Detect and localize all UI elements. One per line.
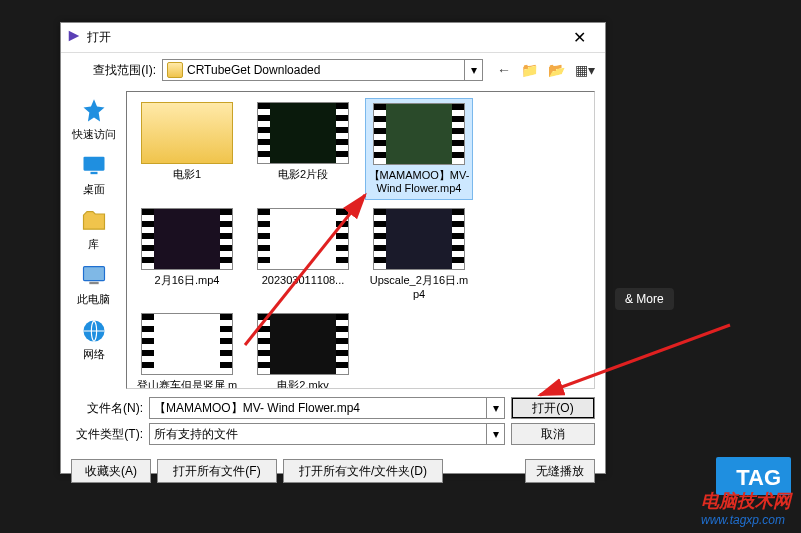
video-thumbnail	[141, 208, 233, 270]
favorites-button[interactable]: 收藏夹(A)	[71, 459, 151, 483]
form-rows: 文件名(N): 【MAMAMOO】MV- Wind Flower.mp4 ▾ 打…	[61, 397, 605, 445]
video-thumbnail	[373, 208, 465, 270]
video-thumbnail	[257, 102, 349, 164]
file-label: 202303011108...	[251, 274, 355, 287]
places-item[interactable]: 快速访问	[64, 97, 124, 142]
svg-rect-2	[90, 172, 97, 174]
places-item[interactable]: 网络	[64, 317, 124, 362]
file-label: 电影2.mkv	[251, 379, 355, 389]
more-badge: & More	[615, 288, 674, 310]
file-label: 【MAMAMOO】MV- Wind Flower.mp4	[368, 169, 470, 195]
open-all-files-button[interactable]: 打开所有文件(F)	[157, 459, 277, 483]
chevron-down-icon[interactable]: ▾	[486, 398, 504, 418]
star-icon	[80, 97, 108, 125]
pc-icon	[80, 262, 108, 290]
folder-icon	[141, 102, 233, 164]
filetype-combo[interactable]: 所有支持的文件 ▾	[149, 423, 505, 445]
file-item[interactable]: 电影2片段	[249, 98, 357, 200]
cancel-button[interactable]: 取消	[511, 423, 595, 445]
filename-input[interactable]: 【MAMAMOO】MV- Wind Flower.mp4 ▾	[149, 397, 505, 419]
desktop-icon	[80, 152, 108, 180]
file-item[interactable]: 电影1	[133, 98, 241, 200]
places-item-label: 网络	[64, 347, 124, 362]
places-item-label: 此电脑	[64, 292, 124, 307]
close-button[interactable]: ✕	[559, 28, 599, 47]
places-item[interactable]: 桌面	[64, 152, 124, 197]
places-item[interactable]: 此电脑	[64, 262, 124, 307]
places-item-label: 快速访问	[64, 127, 124, 142]
lookin-combo[interactable]: CRTubeGet Downloaded ▾	[162, 59, 483, 81]
network-icon	[80, 317, 108, 345]
open-button[interactable]: 打开(O)	[511, 397, 595, 419]
lookin-label: 查找范围(I):	[71, 62, 156, 79]
file-item[interactable]: 电影2.mkv	[249, 309, 357, 389]
chevron-down-icon[interactable]: ▾	[464, 60, 482, 80]
open-dialog: 打开 ✕ 查找范围(I): CRTubeGet Downloaded ▾ ← 📁…	[60, 22, 606, 474]
dialog-title: 打开	[87, 29, 559, 46]
file-area[interactable]: 电影1 电影2片段 【MAMAMOO】MV- Wind Flower.mp4 2…	[126, 91, 595, 389]
chevron-down-icon[interactable]: ▾	[486, 424, 504, 444]
places-bar: 快速访问 桌面 库 此电脑 网络	[61, 87, 126, 393]
new-folder-icon[interactable]: 📂	[548, 62, 565, 78]
seamless-play-button[interactable]: 无缝播放	[525, 459, 595, 483]
folder-icon	[167, 62, 183, 78]
library-icon	[80, 207, 108, 235]
watermark: 电脑技术网 www.tagxp.com	[701, 489, 791, 527]
back-icon[interactable]: ←	[497, 62, 511, 78]
lookin-value: CRTubeGet Downloaded	[187, 63, 464, 77]
file-label: 电影2片段	[251, 168, 355, 181]
file-label: Upscale_2月16日.mp4	[367, 274, 471, 300]
file-item[interactable]: Upscale_2月16日.mp4	[365, 204, 473, 304]
body-area: 快速访问 桌面 库 此电脑 网络 电影1 电影2片段 【MAMAMOO】MV- …	[61, 87, 605, 393]
open-all-folders-button[interactable]: 打开所有文件/文件夹(D)	[283, 459, 443, 483]
titlebar: 打开 ✕	[61, 23, 605, 53]
view-menu-icon[interactable]: ▦▾	[575, 62, 595, 78]
watermark-site: 电脑技术网	[701, 489, 791, 513]
file-label: 电影1	[135, 168, 239, 181]
watermark-url: www.tagxp.com	[701, 513, 791, 527]
lookin-row: 查找范围(I): CRTubeGet Downloaded ▾ ← 📁 📂 ▦▾	[61, 53, 605, 87]
svg-rect-3	[83, 267, 104, 281]
file-item[interactable]: 2月16日.mp4	[133, 204, 241, 304]
up-folder-icon[interactable]: 📁	[521, 62, 538, 78]
file-item[interactable]: 202303011108...	[249, 204, 357, 304]
svg-marker-0	[69, 31, 80, 42]
video-thumbnail	[373, 103, 465, 165]
video-thumbnail	[257, 208, 349, 270]
video-thumbnail	[257, 313, 349, 375]
svg-rect-4	[89, 282, 98, 284]
video-thumbnail	[141, 313, 233, 375]
bottom-bar: 收藏夹(A) 打开所有文件(F) 打开所有文件/文件夹(D) 无缝播放	[61, 451, 605, 491]
filetype-value: 所有支持的文件	[154, 426, 486, 443]
filename-value: 【MAMAMOO】MV- Wind Flower.mp4	[154, 400, 486, 417]
svg-rect-1	[83, 157, 104, 171]
file-label: 登山赛车但是竖屏 mp4	[135, 379, 239, 389]
file-item[interactable]: 【MAMAMOO】MV- Wind Flower.mp4	[365, 98, 473, 200]
file-item[interactable]: 登山赛车但是竖屏 mp4	[133, 309, 241, 389]
file-label: 2月16日.mp4	[135, 274, 239, 287]
app-icon	[67, 29, 81, 46]
places-item-label: 桌面	[64, 182, 124, 197]
nav-icons: ← 📁 📂 ▦▾	[489, 62, 595, 78]
places-item[interactable]: 库	[64, 207, 124, 252]
places-item-label: 库	[64, 237, 124, 252]
filetype-label: 文件类型(T):	[71, 426, 143, 443]
filename-label: 文件名(N):	[71, 400, 143, 417]
